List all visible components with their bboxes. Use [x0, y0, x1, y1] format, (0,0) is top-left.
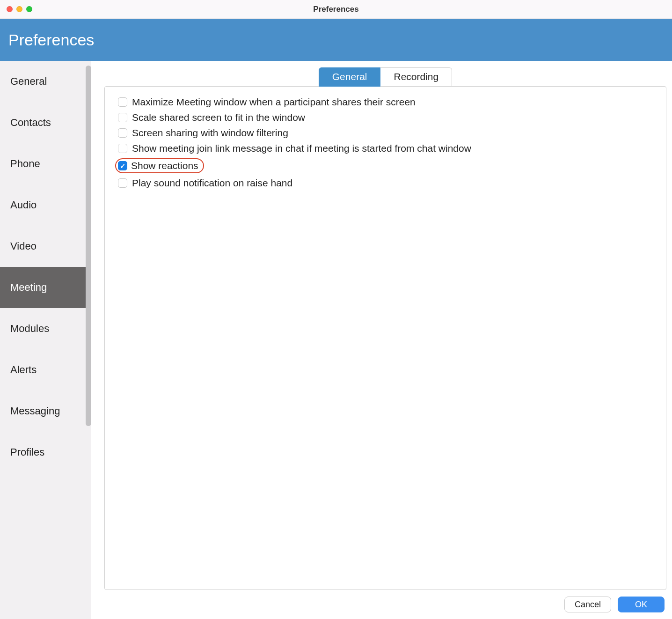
- button-label: Cancel: [575, 600, 601, 610]
- sidebar-item-label: Profiles: [10, 446, 44, 458]
- sidebar-item-messaging[interactable]: Messaging: [0, 391, 91, 432]
- sidebar-item-label: Audio: [10, 199, 37, 211]
- sidebar-item-label: Alerts: [10, 364, 37, 376]
- sidebar-item-label: General: [10, 75, 47, 88]
- option-label: Show meeting join link message in chat i…: [132, 143, 471, 154]
- sidebar-scroll-thumb[interactable]: [86, 66, 91, 426]
- tab-recording[interactable]: Recording: [380, 67, 452, 87]
- titlebar: Preferences: [0, 0, 672, 19]
- option-window-filtering: Screen sharing with window filtering: [118, 127, 653, 139]
- sidebar-item-profiles[interactable]: Profiles: [0, 432, 91, 473]
- tabs: General Recording: [104, 67, 666, 87]
- checkbox-scale-shared[interactable]: [118, 113, 127, 122]
- main: General Contacts Phone Audio Video Meeti…: [0, 61, 672, 619]
- cancel-button[interactable]: Cancel: [564, 597, 611, 612]
- checkbox-window-filtering[interactable]: [118, 128, 127, 138]
- checkbox-raise-hand-sound[interactable]: [118, 178, 127, 188]
- minimize-icon[interactable]: [16, 6, 22, 12]
- close-icon[interactable]: [7, 6, 13, 12]
- option-scale-shared: Scale shared screen to fit in the window: [118, 112, 653, 123]
- footer: Cancel OK: [104, 590, 666, 614]
- page-title: Preferences: [8, 31, 94, 49]
- button-label: OK: [635, 600, 647, 610]
- ok-button[interactable]: OK: [618, 597, 665, 612]
- option-label: Scale shared screen to fit in the window: [132, 112, 305, 123]
- sidebar-item-label: Messaging: [10, 405, 60, 417]
- option-show-join-link: Show meeting join link message in chat i…: [118, 143, 653, 154]
- option-label: Play sound notification on raise hand: [132, 177, 292, 189]
- checkbox-maximize-window[interactable]: [118, 97, 127, 107]
- window-controls: [7, 6, 32, 12]
- tab-label: Recording: [394, 71, 438, 82]
- content: General Recording Maximize Meeting windo…: [91, 61, 672, 619]
- sidebar-scrollbar[interactable]: [83, 66, 91, 426]
- sidebar-item-general[interactable]: General: [0, 61, 91, 102]
- option-label: Show reactions: [131, 160, 198, 171]
- checkbox-show-reactions[interactable]: [118, 161, 127, 170]
- sidebar-item-phone[interactable]: Phone: [0, 143, 91, 184]
- option-raise-hand-sound: Play sound notification on raise hand: [118, 177, 653, 189]
- window-title: Preferences: [0, 5, 672, 14]
- checkbox-show-join-link[interactable]: [118, 144, 127, 153]
- option-label: Maximize Meeting window when a participa…: [132, 96, 416, 108]
- tab-general[interactable]: General: [319, 67, 381, 87]
- sidebar-item-modules[interactable]: Modules: [0, 308, 91, 349]
- sidebar: General Contacts Phone Audio Video Meeti…: [0, 61, 91, 619]
- highlight-ring: Show reactions: [115, 158, 204, 173]
- sidebar-item-label: Contacts: [10, 117, 51, 129]
- sidebar-item-contacts[interactable]: Contacts: [0, 102, 91, 143]
- options-panel: Maximize Meeting window when a participa…: [104, 86, 666, 590]
- sidebar-item-label: Modules: [10, 323, 49, 335]
- sidebar-item-label: Phone: [10, 158, 40, 170]
- tab-label: General: [332, 71, 367, 82]
- sidebar-item-label: Meeting: [10, 281, 47, 294]
- option-label: Screen sharing with window filtering: [132, 127, 288, 139]
- maximize-icon[interactable]: [26, 6, 32, 12]
- banner: Preferences: [0, 19, 672, 61]
- sidebar-item-video[interactable]: Video: [0, 226, 91, 267]
- sidebar-item-label: Video: [10, 240, 37, 252]
- sidebar-item-audio[interactable]: Audio: [0, 184, 91, 226]
- sidebar-item-meeting[interactable]: Meeting: [0, 267, 91, 308]
- sidebar-item-alerts[interactable]: Alerts: [0, 349, 91, 391]
- option-maximize-window: Maximize Meeting window when a participa…: [118, 96, 653, 108]
- option-show-reactions: Show reactions: [118, 158, 653, 173]
